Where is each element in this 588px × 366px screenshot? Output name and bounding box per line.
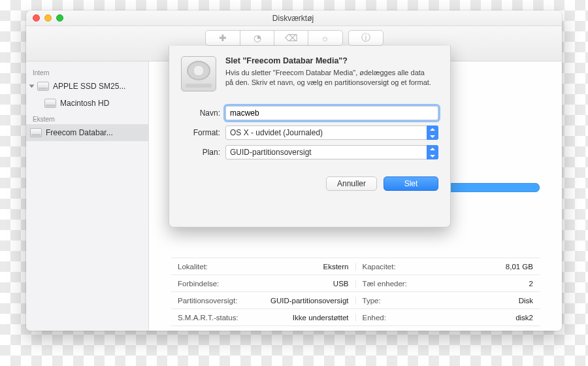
scheme-select[interactable]: GUID-partitionsoversigt: [225, 145, 438, 159]
minimize-icon[interactable]: [44, 14, 52, 22]
sidebar-item-volume[interactable]: Macintosh HD: [26, 95, 148, 112]
name-label: Navn:: [181, 108, 225, 118]
chevron-down-icon[interactable]: [29, 85, 35, 88]
sidebar-item-external-disk[interactable]: Freecom Databar...: [26, 124, 148, 141]
info-button[interactable]: ⓘ: [348, 30, 384, 46]
sidebar-header-external: Ekstern: [26, 112, 148, 124]
sidebar-header-internal: Intern: [26, 65, 148, 78]
format-value: OS X - udvidet (Journaled): [230, 128, 323, 137]
stepper-icon: [427, 145, 438, 159]
info-icon: ⓘ: [361, 32, 370, 44]
scheme-value: GUID-partitionsoversigt: [230, 148, 312, 157]
disk-icon: [30, 128, 42, 137]
first-aid-button[interactable]: ✚: [205, 30, 240, 46]
sheet-body: Hvis du sletter "Freecom Databar Media",…: [225, 68, 434, 88]
erase-confirm-button[interactable]: Slet: [384, 176, 438, 191]
zoom-icon[interactable]: [56, 14, 63, 22]
mount-icon: ☼: [321, 33, 329, 43]
close-icon[interactable]: [33, 14, 40, 22]
format-select[interactable]: OS X - udvidet (Journaled): [225, 125, 438, 140]
erase-icon: ⌫: [285, 33, 298, 43]
stethoscope-icon: ✚: [219, 33, 227, 43]
sidebar: Intern APPLE SSD SM25... Macintosh HD Ek…: [26, 61, 149, 331]
sheet-title: Slet "Freecom Databar Media"?: [225, 56, 434, 65]
window-title: Diskværktøj: [63, 14, 523, 23]
erase-sheet: Slet "Freecom Databar Media"? Hvis du sl…: [169, 46, 451, 227]
table-row: S.M.A.R.T.-status:Ikke understøttet Enhe…: [171, 309, 540, 326]
format-label: Format:: [181, 128, 225, 137]
sidebar-item-label: Freecom Databar...: [46, 128, 113, 137]
partition-button[interactable]: ◔: [240, 30, 275, 46]
traffic-lights: [33, 14, 63, 22]
cancel-button[interactable]: Annuller: [326, 176, 377, 191]
name-input[interactable]: [225, 106, 438, 120]
mount-button[interactable]: ☼: [308, 30, 343, 46]
stepper-icon: [427, 125, 438, 140]
info-table: Lokalitet:Ekstern Kapacitet:8,01 GB Forb…: [171, 258, 540, 326]
disk-utility-window: Diskværktøj ✚ Førstehjælp ◔ Partitioner …: [26, 10, 562, 331]
sidebar-item-label: Macintosh HD: [60, 99, 109, 108]
sidebar-item-internal-disk[interactable]: APPLE SSD SM25...: [26, 78, 148, 95]
disk-icon: [44, 99, 56, 108]
sidebar-item-label: APPLE SSD SM25...: [53, 82, 125, 91]
pie-icon: ◔: [253, 33, 261, 43]
table-row: Partitionsoversigt:GUID-partitionsoversi…: [171, 292, 540, 309]
titlebar[interactable]: Diskværktøj: [26, 10, 562, 26]
hard-drive-icon: [181, 56, 216, 92]
scheme-label: Plan:: [181, 148, 225, 157]
erase-button[interactable]: ⌫: [274, 30, 309, 46]
table-row: Forbindelse:USB Tæl enheder:2: [171, 275, 540, 292]
table-row: Lokalitet:Ekstern Kapacitet:8,01 GB: [171, 258, 540, 275]
erase-form: Navn: Format: OS X - udvidet (Journaled)…: [181, 103, 438, 162]
disk-icon: [37, 82, 49, 91]
